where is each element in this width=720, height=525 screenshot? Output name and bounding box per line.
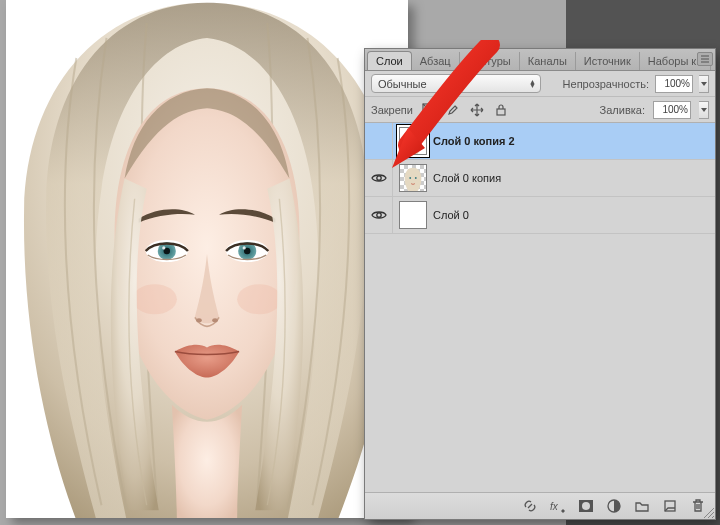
layer-thumbnail[interactable] <box>399 164 427 192</box>
tab-channels[interactable]: Каналы <box>520 52 576 70</box>
svg-point-8 <box>243 246 246 249</box>
lock-move-icon[interactable] <box>469 102 485 118</box>
blend-opacity-row: Обычные ▲▼ Непрозрачность: 100% <box>365 71 715 97</box>
link-icon[interactable] <box>521 497 539 515</box>
svg-text:fx: fx <box>550 501 559 512</box>
svg-point-19 <box>376 176 380 180</box>
svg-point-11 <box>133 284 177 314</box>
lock-icons <box>421 102 509 118</box>
svg-point-17 <box>409 140 411 142</box>
layer-row[interactable]: Слой 0 копия 2 <box>365 123 715 160</box>
opacity-label: Непрозрачность: <box>547 78 649 90</box>
layers-list[interactable]: Слой 0 копия 2 Слой 0 копия Слой 0 <box>365 123 715 493</box>
eye-icon <box>371 172 387 184</box>
lock-transparent-icon[interactable] <box>421 102 437 118</box>
visibility-toggle[interactable] <box>365 160 393 196</box>
eye-icon <box>371 209 387 221</box>
visibility-toggle[interactable] <box>365 197 393 233</box>
lock-fill-row: Закрепи Заливка: 100% <box>365 97 715 123</box>
tab-paragraph[interactable]: Абзац <box>412 52 460 70</box>
panel-menu-button[interactable] <box>697 52 713 66</box>
fx-icon[interactable]: fx <box>549 497 567 515</box>
layer-thumbnail[interactable] <box>399 127 427 155</box>
opacity-value[interactable]: 100% <box>655 75 693 93</box>
panel-tabs: Слои Абзац Контуры Каналы Источник Набор… <box>365 49 715 71</box>
svg-point-18 <box>415 140 417 142</box>
chevron-updown-icon: ▲▼ <box>529 80 536 88</box>
mask-icon[interactable] <box>577 497 595 515</box>
layer-name: Слой 0 <box>433 209 469 221</box>
panel-footer: fx <box>365 493 715 519</box>
lock-label: Закрепи <box>371 104 413 116</box>
layer-row[interactable]: Слой 0 <box>365 197 715 234</box>
layer-row[interactable]: Слой 0 копия <box>365 160 715 197</box>
new-icon[interactable] <box>661 497 679 515</box>
tab-paths[interactable]: Контуры <box>460 52 520 70</box>
layer-name: Слой 0 копия <box>433 172 501 184</box>
layer-name: Слой 0 копия 2 <box>433 135 515 147</box>
svg-point-21 <box>409 177 411 179</box>
blend-mode-value: Обычные <box>378 78 427 90</box>
svg-point-12 <box>237 284 281 314</box>
fill-value[interactable]: 100% <box>653 101 691 119</box>
resize-grip[interactable] <box>702 506 714 518</box>
tab-source[interactable]: Источник <box>576 52 640 70</box>
svg-rect-14 <box>497 109 505 115</box>
blend-mode-select[interactable]: Обычные ▲▼ <box>371 74 541 93</box>
svg-point-10 <box>212 318 218 322</box>
layer-thumbnail[interactable] <box>399 201 427 229</box>
svg-point-23 <box>376 213 380 217</box>
svg-point-9 <box>196 318 202 322</box>
lock-brush-icon[interactable] <box>445 102 461 118</box>
opacity-dropdown-arrow[interactable] <box>699 75 709 93</box>
svg-point-26 <box>582 502 590 510</box>
lock-all-icon[interactable] <box>493 102 509 118</box>
adjust-icon[interactable] <box>605 497 623 515</box>
tab-layers[interactable]: Слои <box>367 51 412 71</box>
svg-point-22 <box>415 177 417 179</box>
fill-dropdown-arrow[interactable] <box>699 101 709 119</box>
canvas-image[interactable] <box>6 0 408 518</box>
svg-point-4 <box>162 246 165 249</box>
layers-panel: Слои Абзац Контуры Каналы Источник Набор… <box>364 48 716 520</box>
visibility-toggle[interactable] <box>365 123 393 159</box>
group-icon[interactable] <box>633 497 651 515</box>
fill-label: Заливка: <box>517 104 645 116</box>
